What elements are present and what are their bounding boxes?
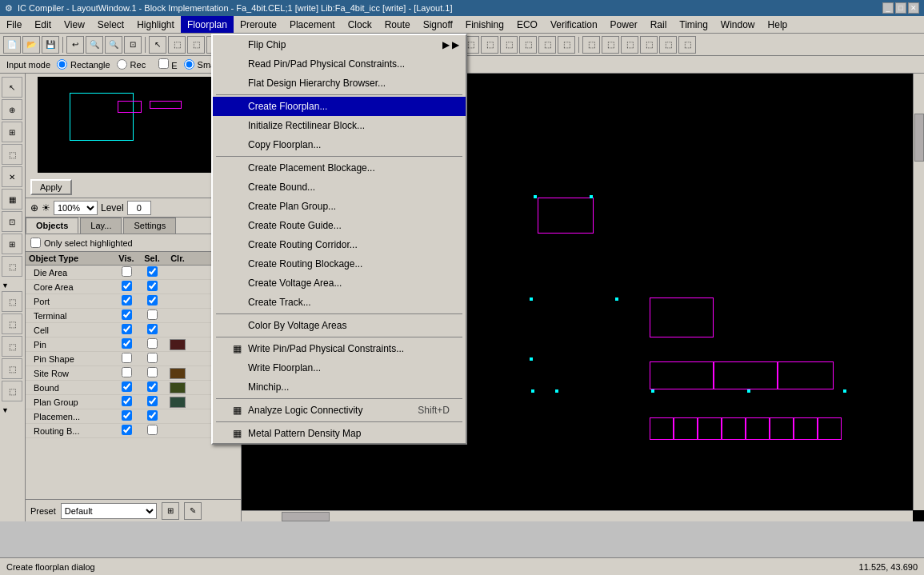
toolbar-layers[interactable]: ▦ — [270, 36, 287, 54]
vis-checkbox[interactable] — [114, 367, 139, 379]
toolbar-btn28[interactable]: ⬚ — [678, 36, 696, 54]
toolbar-btn17[interactable]: ⬚ — [462, 36, 479, 54]
sidebar-icon9[interactable]: ⬚ — [2, 256, 22, 277]
color-swatch[interactable] — [165, 397, 190, 408]
table-row[interactable]: Placemen... — [26, 409, 241, 424]
toolbar-undo[interactable]: ↩ — [66, 36, 84, 54]
vis-checkbox[interactable] — [114, 309, 139, 321]
vis-checkbox[interactable] — [114, 281, 139, 293]
sidebar-icon4[interactable]: ⬚ — [2, 144, 22, 165]
sidebar-icon6[interactable]: ▦ — [2, 189, 22, 210]
toolbar-btn26[interactable]: ⬚ — [640, 36, 658, 54]
toolbar-btn14[interactable]: ⬚ — [404, 36, 422, 54]
sidebar-icon3[interactable]: ⊞ — [2, 122, 22, 142]
table-row[interactable]: Routing B... — [26, 424, 241, 438]
menu-placement[interactable]: Placement — [283, 16, 342, 33]
toolbar-new[interactable]: 📄 — [3, 36, 21, 54]
table-row[interactable]: Die Area — [26, 266, 241, 280]
sidebar-dropdown2[interactable]: ▼ — [2, 406, 23, 414]
only-select-checkbox[interactable] — [30, 238, 41, 248]
sidebar-icon8[interactable]: ⊞ — [2, 234, 22, 254]
vis-checkbox[interactable] — [114, 425, 139, 437]
sidebar-dropdown[interactable]: ▼ — [2, 282, 23, 289]
vis-checkbox[interactable] — [114, 410, 139, 422]
sel-checkbox[interactable] — [139, 281, 165, 293]
sidebar-icon13[interactable]: ⬚ — [2, 358, 22, 379]
sidebar-icon12[interactable]: ⬚ — [2, 336, 22, 357]
sidebar-icon5[interactable]: ✕ — [2, 166, 22, 187]
maximize-button[interactable]: □ — [895, 2, 906, 14]
menu-highlight[interactable]: Highlight — [130, 16, 181, 33]
sidebar-cursor[interactable]: ↖ — [2, 77, 22, 98]
sel-checkbox[interactable] — [139, 381, 165, 393]
toolbar-btn15[interactable]: ⬚ — [423, 36, 441, 54]
menu-route[interactable]: Route — [378, 16, 417, 33]
panel-close-button[interactable]: ✕ — [226, 181, 236, 194]
apply-button[interactable]: Apply — [30, 179, 72, 195]
vis-checkbox[interactable] — [114, 295, 139, 307]
menu-timing[interactable]: Timing — [673, 16, 714, 33]
toolbar-btn21[interactable]: ⬚ — [538, 36, 556, 54]
menu-window[interactable]: Window — [714, 16, 762, 33]
toolbar-btn4[interactable]: ⬚ — [187, 36, 205, 54]
color-swatch[interactable] — [165, 382, 190, 393]
table-row[interactable]: Port — [26, 294, 241, 309]
tab-objects[interactable]: Objects — [26, 218, 78, 234]
toolbar-btn18[interactable]: ⬚ — [481, 36, 498, 54]
scrollbar-thumb-h[interactable] — [282, 512, 330, 521]
radio-rec[interactable]: Rec — [117, 59, 146, 70]
close-button[interactable]: ✕ — [908, 2, 919, 14]
sidebar-icon7[interactable]: ⊡ — [2, 211, 22, 232]
table-row[interactable]: Pin — [26, 337, 241, 352]
tab-settings[interactable]: Settings — [123, 218, 176, 234]
sel-checkbox[interactable] — [139, 295, 165, 307]
sidebar-icon11[interactable]: ⬚ — [2, 313, 22, 334]
table-row[interactable]: Terminal — [26, 309, 241, 323]
toolbar-btn23[interactable]: ⬚ — [582, 36, 600, 54]
sel-checkbox[interactable] — [139, 353, 165, 365]
vis-checkbox[interactable] — [114, 338, 139, 350]
preset-btn2[interactable]: ✎ — [184, 502, 202, 520]
toolbar-btn13[interactable]: ⬚ — [385, 36, 402, 54]
preset-select[interactable]: Default — [61, 503, 157, 519]
menu-signoff[interactable]: Signoff — [417, 16, 459, 33]
table-row[interactable]: Cell — [26, 323, 241, 337]
toolbar-btn5[interactable]: ⊞ — [206, 36, 224, 54]
sidebar-icon14[interactable]: ⬚ — [2, 381, 22, 401]
sel-checkbox[interactable] — [139, 367, 165, 379]
toolbar-btn22[interactable]: ⬚ — [558, 36, 575, 54]
toolbar-zoom-in[interactable]: 🔍 — [86, 36, 103, 54]
sel-checkbox[interactable] — [139, 338, 165, 350]
canvas-area[interactable]: Map Annotations ? — [242, 74, 924, 521]
toolbar-btn3[interactable]: ⬚ — [168, 36, 186, 54]
menu-finishing[interactable]: Finishing — [459, 16, 510, 33]
vis-checkbox[interactable] — [114, 396, 139, 408]
scrollbar-thumb-v[interactable] — [914, 114, 924, 162]
menu-floorplan[interactable]: Floorplan — [181, 16, 234, 33]
table-row[interactable]: Pin Shape — [26, 352, 241, 366]
toolbar-btn8[interactable]: ⬚ — [289, 36, 306, 54]
toolbar-btn10[interactable]: ⬚ — [327, 36, 345, 54]
toolbar-fit[interactable]: ⊡ — [124, 36, 142, 54]
toolbar-btn19[interactable]: ⬚ — [500, 36, 518, 54]
toolbar-btn6[interactable]: ⬚ — [226, 36, 243, 54]
toolbar-btn20[interactable]: ⬚ — [519, 36, 537, 54]
menu-select[interactable]: Select — [91, 16, 130, 33]
level-input[interactable] — [127, 201, 151, 215]
tab-lay[interactable]: Lay... — [80, 218, 122, 234]
radio-line[interactable]: Line — [227, 59, 258, 70]
help-icon[interactable]: ? — [331, 80, 342, 91]
scrollbar-vertical[interactable] — [913, 74, 924, 510]
sel-checkbox[interactable] — [139, 309, 165, 321]
sidebar-icon2[interactable]: ⊕ — [2, 99, 22, 120]
vis-checkbox[interactable] — [114, 381, 139, 393]
toolbar-btn12[interactable]: ⬚ — [366, 36, 383, 54]
scrollbar-horizontal[interactable] — [242, 510, 913, 521]
table-row[interactable]: Core Area — [26, 280, 241, 294]
menu-edit[interactable]: Edit — [28, 16, 58, 33]
toolbar-select[interactable]: ↖ — [149, 36, 166, 54]
sel-checkbox[interactable] — [139, 266, 165, 278]
menu-verification[interactable]: Verification — [544, 16, 604, 33]
radio-rectangle[interactable]: Rectangle — [57, 59, 110, 70]
toolbar-btn9[interactable]: ⬚ — [308, 36, 326, 54]
